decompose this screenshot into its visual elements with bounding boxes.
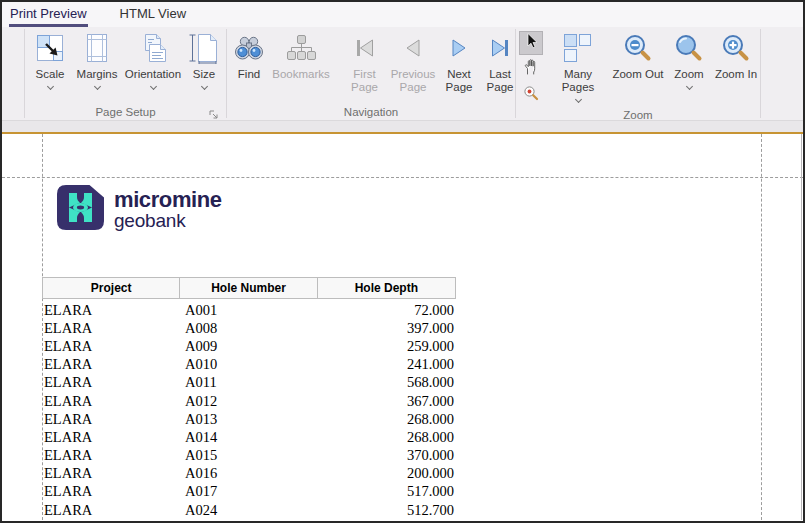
scale-label: Scale [36, 68, 65, 81]
table-cell: A015 [180, 447, 318, 465]
scale-icon [34, 32, 66, 68]
ribbon-tab-bar: Print Preview HTML View [2, 2, 803, 27]
table-row: ELARAA016200.000 [42, 465, 456, 483]
previous-page-label: Previous Page [387, 68, 439, 94]
table-cell: ELARA [42, 410, 180, 428]
table-cell: 72.000 [318, 301, 456, 319]
margins-button[interactable]: Margins [72, 31, 122, 89]
first-page-label: First Page [342, 68, 387, 94]
chevron-down-icon [685, 83, 692, 90]
size-icon [188, 32, 220, 68]
table-cell: ELARA [42, 428, 180, 446]
document-preview[interactable]: micromine geobank Project Hole Number Ho… [2, 134, 803, 520]
table-row: ELARAA014268.000 [42, 428, 456, 446]
table-cell: A016 [180, 465, 318, 483]
table-cell: ELARA [42, 356, 180, 374]
group-navigation: Find [227, 27, 515, 120]
find-button[interactable]: Find [230, 31, 268, 81]
pointer-tool-button[interactable] [519, 31, 543, 55]
micromine-logo-icon [56, 184, 105, 235]
group-label-zoom: Zoom [623, 109, 652, 121]
orientation-button[interactable]: Orientation [122, 31, 184, 89]
table-cell: ELARA [42, 465, 180, 483]
many-pages-label: Many Pages [547, 68, 609, 94]
many-pages-icon [562, 32, 594, 68]
table-cell: 200.000 [318, 465, 456, 483]
table-cell: 268.000 [318, 428, 456, 446]
table-cell: A013 [180, 410, 318, 428]
group-zoom: Many Pages Zoom Out [516, 27, 760, 120]
top-margin-guide [2, 177, 803, 178]
table-row: ELARAA012367.000 [42, 392, 456, 410]
zoom-in-button[interactable]: Zoom In [711, 31, 761, 81]
column-header-hole-number: Hole Number [180, 278, 317, 298]
zoom-button[interactable]: Zoom [667, 31, 711, 89]
zoom-label: Zoom [674, 68, 703, 81]
first-page-button[interactable]: First Page [342, 31, 387, 94]
find-label: Find [238, 68, 260, 81]
table-body: ELARAA00172.000ELARAA008397.000ELARAA009… [42, 301, 456, 519]
zoom-region-tool-button[interactable] [519, 83, 543, 107]
zoom-icon [673, 32, 705, 68]
chevron-down-icon [574, 96, 581, 103]
table-cell: A017 [180, 483, 318, 501]
group-label-navigation: Navigation [344, 106, 398, 118]
bookmarks-icon [285, 32, 317, 68]
orientation-icon [137, 32, 169, 68]
many-pages-button[interactable]: Many Pages [547, 31, 609, 102]
table-cell: A014 [180, 428, 318, 446]
micromine-geobank-logo: micromine geobank [56, 184, 222, 235]
table-cell: 367.000 [318, 392, 456, 410]
scale-button[interactable]: Scale [28, 31, 72, 89]
brand-name-micromine: micromine [114, 189, 222, 211]
bookmarks-button[interactable]: Bookmarks [268, 31, 334, 81]
table-row: ELARAA00172.000 [42, 301, 456, 319]
tab-html-view[interactable]: HTML View [119, 2, 187, 27]
next-page-icon [443, 32, 475, 68]
pointer-icon [522, 32, 540, 54]
table-cell: ELARA [42, 301, 180, 319]
size-button[interactable]: Size [184, 31, 224, 89]
zoom-out-button[interactable]: Zoom Out [609, 31, 667, 81]
first-page-icon [349, 32, 381, 68]
drillhole-table: Project Hole Number Hole Depth ELARAA001… [42, 277, 456, 519]
tab-print-preview[interactable]: Print Preview [9, 2, 88, 27]
ribbon-bottom-strip [2, 120, 803, 132]
hand-icon [522, 58, 540, 80]
table-cell: 259.000 [318, 337, 456, 355]
table-cell: A009 [180, 337, 318, 355]
ribbon: Scale Margins [2, 27, 803, 120]
group-separator [760, 29, 761, 118]
table-cell: 568.000 [318, 374, 456, 392]
table-row: ELARAA011568.000 [42, 374, 456, 392]
table-cell: ELARA [42, 447, 180, 465]
next-page-label: Next Page [439, 68, 479, 94]
margins-label: Margins [77, 68, 118, 81]
page-setup-dialog-launcher-icon[interactable] [208, 106, 219, 117]
table-cell: ELARA [42, 392, 180, 410]
chevron-down-icon [46, 83, 53, 90]
table-cell: A008 [180, 319, 318, 337]
brand-name-geobank: geobank [114, 211, 222, 231]
table-cell: 397.000 [318, 319, 456, 337]
orientation-label: Orientation [125, 68, 181, 81]
pan-tool-button[interactable] [519, 57, 543, 81]
previous-page-button[interactable]: Previous Page [387, 31, 439, 94]
right-margin-guide [761, 134, 762, 520]
table-cell: A012 [180, 392, 318, 410]
next-page-button[interactable]: Next Page [439, 31, 479, 94]
print-preview-window: Print Preview HTML View Scale [0, 0, 805, 523]
column-header-hole-depth: Hole Depth [318, 278, 455, 298]
table-row: ELARAA015370.000 [42, 447, 456, 465]
page-right-edge [801, 134, 802, 520]
zoom-in-label: Zoom In [715, 68, 757, 81]
previous-page-icon [397, 32, 429, 68]
table-row: ELARAA010241.000 [42, 356, 456, 374]
chevron-down-icon [200, 83, 207, 90]
table-row: ELARAA024512.700 [42, 501, 456, 519]
table-row: ELARAA013268.000 [42, 410, 456, 428]
table-row: ELARAA017517.000 [42, 483, 456, 501]
size-label: Size [193, 68, 215, 81]
zoom-out-label: Zoom Out [612, 68, 663, 81]
chevron-down-icon [149, 83, 156, 90]
